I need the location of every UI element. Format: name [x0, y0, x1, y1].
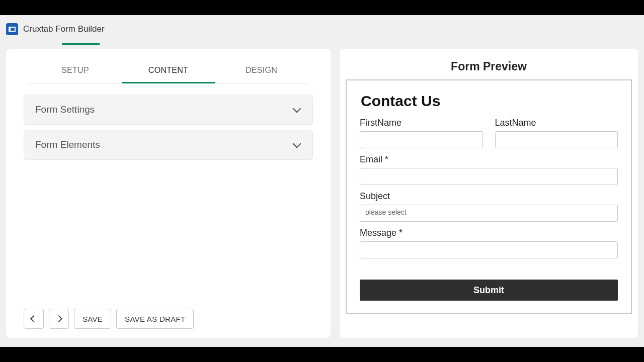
next-button[interactable]	[49, 309, 69, 329]
letterbox-bottom	[0, 347, 644, 362]
main-area: SETUP CONTENT DESIGN Form Settings Form …	[0, 45, 644, 338]
editor-tabs: SETUP CONTENT DESIGN	[29, 59, 308, 83]
tab-content-label: CONTENT	[148, 66, 188, 74]
label-subject: Subject	[360, 191, 618, 202]
form-heading: Contact Us	[361, 93, 618, 110]
preview-title: Form Preview	[340, 49, 638, 79]
label-lastname: LastName	[495, 118, 618, 128]
input-lastname[interactable]	[495, 131, 618, 148]
app-logo-icon	[6, 23, 18, 35]
label-message: Message *	[360, 228, 618, 238]
tab-setup-label: SETUP	[61, 66, 89, 74]
accordion-list: Form Settings Form Elements	[6, 83, 331, 165]
save-as-draft-button-label: SAVE AS DRAFT	[125, 315, 185, 323]
app-title: Cruxtab Form Builder	[23, 24, 105, 34]
submit-button-label: Submit	[473, 285, 504, 295]
select-subject[interactable]: please select	[360, 205, 618, 222]
name-row: FirstName LastName	[360, 118, 618, 154]
accordion-form-settings[interactable]: Form Settings	[24, 95, 313, 125]
chevron-left-icon	[30, 315, 37, 322]
chevron-right-icon	[55, 315, 62, 322]
tab-design-label: DESIGN	[246, 66, 277, 74]
preview-box: Contact Us FirstName LastName Email * Su…	[346, 79, 632, 314]
prev-button[interactable]	[24, 309, 44, 329]
save-as-draft-button[interactable]: SAVE AS DRAFT	[116, 309, 194, 329]
tab-setup[interactable]: SETUP	[29, 59, 122, 83]
select-subject-value: please select	[365, 208, 407, 216]
field-subject: Subject please select	[360, 191, 618, 222]
editor-panel: SETUP CONTENT DESIGN Form Settings Form …	[6, 49, 331, 338]
tab-content[interactable]: CONTENT	[122, 59, 215, 83]
chevron-down-icon	[292, 140, 301, 149]
accordion-form-settings-label: Form Settings	[35, 104, 95, 115]
chevron-down-icon	[292, 105, 301, 114]
label-firstname: FirstName	[360, 118, 483, 128]
input-email[interactable]	[360, 168, 618, 185]
app-header: Cruxtab Form Builder	[0, 15, 644, 43]
save-button[interactable]: SAVE	[74, 309, 111, 329]
letterbox-top	[0, 0, 644, 15]
preview-panel: Form Preview Contact Us FirstName LastNa…	[340, 49, 638, 338]
submit-button[interactable]: Submit	[360, 280, 618, 301]
bottom-actions: SAVE SAVE AS DRAFT	[24, 309, 194, 329]
label-email: Email *	[360, 154, 618, 165]
input-message[interactable]	[360, 241, 618, 258]
save-button-label: SAVE	[83, 315, 103, 323]
field-lastname: LastName	[495, 118, 618, 148]
tab-design[interactable]: DESIGN	[215, 59, 308, 83]
field-message: Message *	[360, 228, 618, 258]
accordion-form-elements[interactable]: Form Elements	[24, 130, 313, 160]
field-email: Email *	[360, 154, 618, 185]
input-firstname[interactable]	[360, 131, 483, 148]
accordion-form-elements-label: Form Elements	[35, 139, 100, 150]
field-firstname: FirstName	[360, 118, 483, 148]
